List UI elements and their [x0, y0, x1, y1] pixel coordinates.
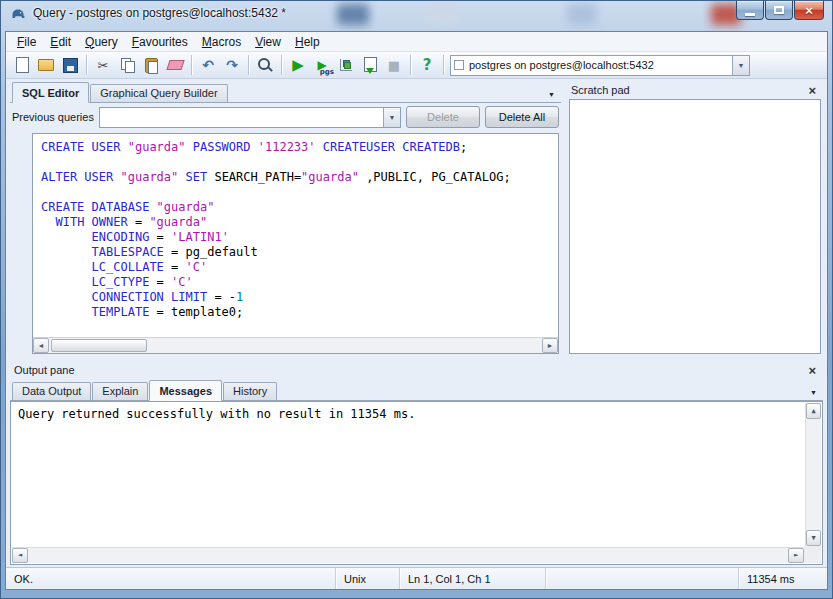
output-tabstrip-row: Data OutputExplainMessagesHistory ▼	[10, 379, 823, 401]
code-line	[41, 155, 556, 170]
close-button[interactable]: ×	[794, 1, 824, 20]
maximize-icon	[774, 6, 784, 14]
find-button[interactable]	[254, 54, 276, 76]
help-icon: ?	[418, 56, 436, 74]
close-icon: ×	[805, 4, 813, 17]
query-result-message: Query returned successfully with no resu…	[11, 402, 822, 426]
connection-combobox[interactable]: postgres on postgres@localhost:5432 ▼	[450, 55, 750, 76]
undo-icon: ↶	[199, 56, 217, 74]
copy-button[interactable]	[116, 54, 138, 76]
scrollbar-track[interactable]	[806, 419, 821, 530]
menu-file[interactable]: File	[10, 33, 43, 51]
redacted-area	[567, 4, 597, 25]
toolbar-separator	[281, 55, 282, 75]
undo-button[interactable]: ↶	[197, 54, 219, 76]
open-file-button[interactable]	[35, 54, 57, 76]
scrollbar-track[interactable]	[28, 548, 788, 563]
arrow-up-icon: ▲	[811, 408, 815, 415]
clear-window-button[interactable]	[164, 54, 186, 76]
save-button[interactable]	[59, 54, 81, 76]
redacted-area	[337, 4, 369, 25]
tab-graphical-query-builder[interactable]: Graphical Query Builder	[90, 84, 227, 102]
status-bar: OK. Unix Ln 1, Col 1, Ch 1 11354 ms	[6, 567, 827, 589]
scratch-pad-title: Scratch pad	[571, 84, 630, 96]
toolbar-separator	[248, 55, 249, 75]
code-line: CONNECTION LIMIT = -1	[41, 290, 556, 305]
maximize-button[interactable]	[765, 1, 793, 20]
tab-explain[interactable]: Explain	[92, 382, 148, 400]
previous-queries-dropdown-button[interactable]: ▼	[383, 108, 400, 127]
execute-query-icon: ▶	[289, 56, 307, 74]
output-pane-close-button[interactable]: ×	[805, 364, 819, 377]
scroll-up-button[interactable]: ▲	[806, 403, 821, 419]
execute-pgscript-icon: ▶pgs	[313, 56, 331, 74]
execute-to-file-button[interactable]	[359, 54, 381, 76]
app-icon	[10, 6, 27, 23]
tab-history[interactable]: History	[223, 382, 277, 400]
status-spare	[546, 568, 739, 589]
sql-tab-overflow-button[interactable]: ▼	[544, 91, 559, 102]
cut-button[interactable]: ✂	[92, 54, 114, 76]
menu-edit[interactable]: Edit	[43, 33, 78, 51]
status-cursor-position: Ln 1, Col 1, Ch 1	[400, 568, 546, 589]
menu-favourites[interactable]: Favourites	[125, 33, 195, 51]
code-line: WITH OWNER = "guarda"	[41, 215, 556, 230]
delete-button[interactable]: Delete	[406, 106, 480, 128]
scrollbar-thumb[interactable]	[51, 339, 147, 352]
paste-icon	[142, 56, 160, 74]
scratch-pad-close-button[interactable]: ×	[805, 84, 819, 97]
status-message: OK.	[6, 568, 336, 589]
tab-sql-editor[interactable]: SQL Editor	[12, 82, 89, 103]
sql-code[interactable]: CREATE USER "guarda" PASSWORD '112233' C…	[33, 134, 558, 337]
clear-window-icon	[166, 56, 184, 74]
pgadmin-query-window: Query - postgres on postgres@localhost:5…	[0, 0, 833, 599]
execute-pgscript-button[interactable]: ▶pgs	[311, 54, 333, 76]
code-line: TEMPLATE = template0;	[41, 305, 556, 320]
delete-all-button[interactable]: Delete All	[485, 106, 559, 128]
scroll-down-button[interactable]: ▼	[806, 530, 821, 546]
code-line: LC_CTYPE = 'C'	[41, 275, 556, 290]
paste-button[interactable]	[140, 54, 162, 76]
tab-data-output[interactable]: Data Output	[12, 382, 91, 400]
scroll-left-button[interactable]: ◄	[33, 338, 49, 353]
messages-horizontal-scrollbar[interactable]: ◄ ►	[12, 547, 804, 563]
code-line: ENCODING = 'LATIN1'	[41, 230, 556, 245]
connection-dropdown-button[interactable]: ▼	[732, 56, 749, 75]
output-tab-overflow-button[interactable]: ▼	[806, 389, 821, 400]
scroll-right-button[interactable]: ►	[542, 338, 558, 353]
messages-area[interactable]: Query returned successfully with no resu…	[10, 401, 823, 565]
scratch-pad-textarea[interactable]	[569, 99, 821, 354]
previous-queries-combobox[interactable]: ▼	[99, 107, 401, 128]
cancel-query-button: ■	[383, 54, 405, 76]
code-line: TABLESPACE = pg_default	[41, 245, 556, 260]
sql-tabstrip: SQL EditorGraphical Query Builder	[12, 82, 229, 102]
scratch-pad-panel: Scratch pad ×	[567, 81, 823, 361]
open-file-icon	[37, 56, 55, 74]
arrow-right-icon: ►	[547, 342, 554, 349]
menu-view[interactable]: View	[248, 33, 288, 51]
scroll-left-button[interactable]: ◄	[12, 548, 28, 563]
find-icon	[256, 56, 274, 74]
menu-help[interactable]: Help	[288, 33, 327, 51]
window-title: Query - postgres on postgres@localhost:5…	[33, 6, 286, 20]
editor-horizontal-scrollbar[interactable]: ◄ ►	[33, 337, 558, 353]
explain-query-icon	[340, 59, 352, 71]
messages-vertical-scrollbar[interactable]: ▲ ▼	[805, 403, 821, 546]
sql-editor[interactable]: CREATE USER "guarda" PASSWORD '112233' C…	[32, 133, 559, 354]
previous-queries-label: Previous queries	[12, 111, 94, 123]
main-split-area: SQL EditorGraphical Query Builder ▼ Prev…	[6, 79, 827, 361]
explain-query-button[interactable]	[335, 54, 357, 76]
help-button[interactable]: ?	[416, 54, 438, 76]
scroll-right-button[interactable]: ►	[788, 548, 804, 563]
chevron-down-icon: ▼	[738, 62, 745, 69]
title-bar[interactable]: Query - postgres on postgres@localhost:5…	[1, 1, 832, 31]
redo-button[interactable]: ↷	[221, 54, 243, 76]
tab-messages[interactable]: Messages	[149, 380, 222, 401]
minimize-button[interactable]	[736, 1, 764, 20]
menu-macros[interactable]: Macros	[195, 33, 248, 51]
menu-query[interactable]: Query	[78, 33, 125, 51]
execute-query-button[interactable]: ▶	[287, 54, 309, 76]
new-query-button[interactable]	[11, 54, 33, 76]
toolbar-separator	[443, 55, 444, 75]
scrollbar-track[interactable]	[49, 338, 542, 353]
